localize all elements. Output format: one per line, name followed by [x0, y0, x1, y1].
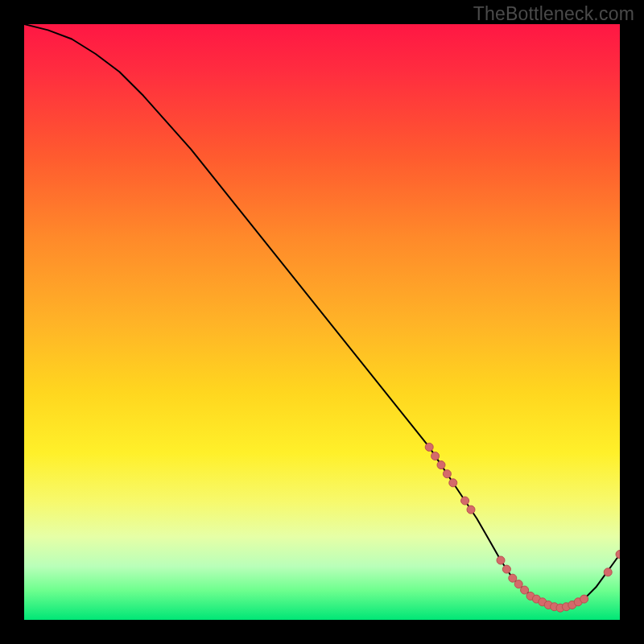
chart-stage: TheBottleneck.com [0, 0, 644, 644]
marker-point [509, 574, 517, 582]
marker-point [502, 565, 510, 573]
marker-point [461, 497, 469, 505]
marker-point [449, 479, 457, 487]
marker-point [431, 452, 440, 460]
watermark-text: TheBottleneck.com [473, 3, 634, 25]
marker-point [604, 568, 612, 576]
marker-point [497, 556, 505, 564]
marker-point [467, 506, 475, 514]
marker-point [616, 551, 620, 559]
marker-point [580, 595, 588, 603]
marker-point [521, 586, 529, 594]
marker-point [437, 461, 445, 469]
marker-point [443, 470, 451, 478]
marker-group [425, 443, 620, 612]
bottleneck-curve [24, 24, 620, 608]
chart-svg [24, 24, 620, 620]
plot-area [24, 24, 620, 620]
marker-point [425, 443, 433, 451]
marker-point [514, 580, 522, 588]
